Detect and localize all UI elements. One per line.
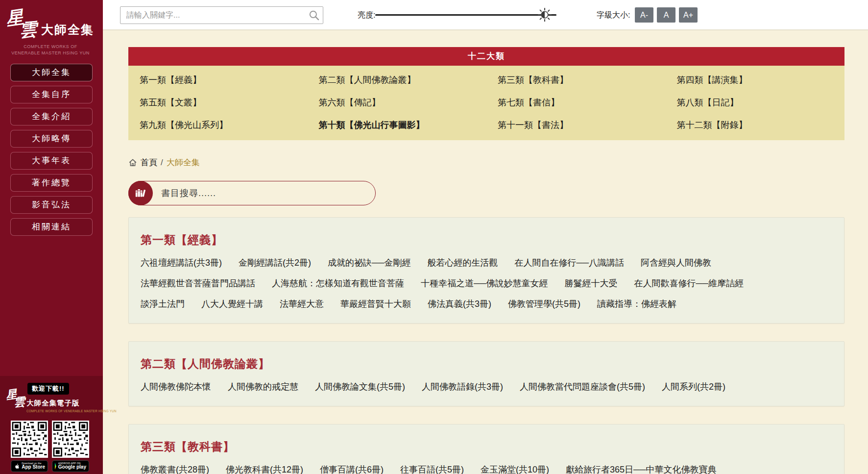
sidebar-item-1[interactable]: 大師全集: [10, 64, 93, 81]
book-link[interactable]: 人間佛教的戒定慧: [228, 382, 298, 392]
appstore-badge-line2: App Store: [22, 465, 45, 470]
download-promo: 歡迎下載!! 星雲 大師全集電子版 COMPLETE WORKS OF VENE…: [0, 376, 103, 474]
book-link[interactable]: 八大人覺經十講: [201, 299, 263, 309]
book-link[interactable]: 人間佛教佛陀本懷: [141, 382, 211, 392]
category-link[interactable]: 第四類【講演集】: [666, 69, 845, 91]
book-link[interactable]: 僧事百講(共6冊): [320, 465, 384, 474]
keyword-search: [120, 6, 323, 24]
category-link[interactable]: 第十二類【附錄】: [666, 114, 845, 136]
font-increase-button[interactable]: A+: [679, 7, 698, 23]
category-link[interactable]: 第八類【日記】: [666, 91, 845, 114]
category-link[interactable]: 第十類【佛光山行事圖影】: [308, 114, 487, 136]
category-link[interactable]: 第六類【傳記】: [308, 91, 487, 114]
book-link[interactable]: 金剛經講話(共2冊): [239, 258, 311, 268]
category-link[interactable]: 第五類【文叢】: [128, 91, 308, 114]
sidebar-item-5[interactable]: 大事年表: [10, 152, 93, 170]
book-link[interactable]: 佛光教科書(共12冊): [226, 465, 303, 474]
categories-table-body: 第一類【經義】第二類【人間佛教論叢】第三類【教科書】第四類【講演集】第五類【文叢…: [128, 66, 844, 140]
category-section: 第二類【人間佛教論叢】人間佛教佛陀本懷人間佛教的戒定慧人間佛教論文集(共5冊)人…: [128, 341, 844, 406]
book-link[interactable]: 人間佛教論文集(共5冊): [315, 382, 405, 392]
font-reset-button[interactable]: A: [657, 7, 675, 23]
breadcrumb: 首頁 / 大師全集: [128, 157, 844, 168]
book-link[interactable]: 阿含經與人間佛教: [641, 258, 711, 268]
book-link[interactable]: 在人間自在修行──八識講話: [515, 258, 625, 268]
sidebar-item-7[interactable]: 影音弘法: [10, 196, 93, 214]
download-bubble: 歡迎下載!!: [27, 383, 69, 395]
book-link[interactable]: 談淨土法門: [141, 299, 185, 309]
book-link[interactable]: 佛教叢書(共28冊): [141, 465, 209, 474]
book-link[interactable]: 讀藏指導：佛經表解: [597, 299, 676, 309]
sidebar-item-6[interactable]: 著作總覽: [10, 174, 93, 192]
category-section: 第三類【教科書】佛教叢書(共28冊)佛光教科書(共12冊)僧事百講(共6冊)往事…: [128, 424, 844, 474]
sidebar: 星雲 大師全集 COMPLETE WORKS OF VENERABLE MAST…: [0, 0, 103, 474]
category-sections: 第一類【經義】六祖壇經講話(共3冊)金剛經講話(共2冊)成就的祕訣──金剛經般若…: [128, 217, 844, 474]
section-title: 第一類【經義】: [141, 232, 832, 248]
logo-subtitle-2: VENERABLE MASTER HSING YUN: [0, 50, 101, 55]
home-icon[interactable]: [128, 158, 137, 167]
book-line: 法華經觀世音菩薩普門品講話人海慈航：怎樣知道有觀世音菩薩十種幸福之道──佛說妙慧…: [141, 273, 832, 294]
books-icon: [134, 187, 147, 200]
promo-subtitle: COMPLETE WORKS OF VENERABLE MASTER HSING…: [26, 409, 117, 413]
sidebar-item-2[interactable]: 全集自序: [10, 86, 93, 103]
book-link[interactable]: 人海慈航：怎樣知道有觀世音菩薩: [272, 278, 404, 288]
book-link[interactable]: 法華經大意: [280, 299, 324, 309]
brightness-slider[interactable]: [375, 0, 556, 30]
font-decrease-button[interactable]: A-: [635, 7, 653, 23]
book-link[interactable]: 金玉滿堂(共10冊): [481, 465, 549, 474]
book-search-box[interactable]: 書目搜尋......: [128, 181, 376, 205]
book-link[interactable]: 勝鬘經十大受: [565, 278, 618, 288]
book-link[interactable]: 佛法真義(共3冊): [428, 299, 491, 309]
qr-code-appstore: [11, 421, 48, 458]
site-logo[interactable]: 星雲 大師全集 COMPLETE WORKS OF VENERABLE MAST…: [0, 0, 103, 59]
main-content: 十二大類 第一類【經義】第二類【人間佛教論叢】第三類【教科書】第四類【講演集】第…: [103, 31, 868, 474]
category-link[interactable]: 第三類【教科書】: [486, 69, 666, 91]
book-link[interactable]: 法華經觀世音菩薩普門品講話: [141, 278, 255, 288]
book-link[interactable]: 十種幸福之道──佛說妙慧童女經: [421, 278, 548, 288]
calligraphy-char-2: 雲: [13, 396, 25, 408]
book-link[interactable]: 人間佛教當代問題座談會(共5冊): [520, 382, 645, 392]
book-link[interactable]: 在人間歡喜修行──維摩詰經: [634, 278, 744, 288]
book-link[interactable]: 獻給旅行者365日──中華文化佛教寶典: [566, 465, 717, 474]
sidebar-item-3[interactable]: 全集介紹: [10, 108, 93, 125]
book-search-icon-circle: [128, 181, 153, 205]
fontsize-label: 字級大小:: [597, 0, 630, 30]
googleplay-badge-line2: Google play: [58, 465, 86, 470]
breadcrumb-current[interactable]: 大師全集: [167, 157, 200, 168]
promo-calligraphy: 星雲: [6, 389, 27, 410]
sidebar-item-8[interactable]: 相關連結: [10, 218, 93, 236]
sidebar-item-4[interactable]: 大師略傳: [10, 130, 93, 148]
book-link[interactable]: 華嚴經普賢十大願: [340, 299, 411, 309]
book-link[interactable]: 般若心經的生活觀: [428, 258, 498, 268]
logo-subtitle-1: COMPLETE WORKS OF: [0, 44, 101, 49]
book-link[interactable]: 人間佛教語錄(共3冊): [422, 382, 503, 392]
brightness-track: [375, 14, 556, 16]
logo-calligraphy: 星雲: [6, 9, 38, 42]
category-link[interactable]: 第七類【書信】: [486, 91, 666, 114]
category-link[interactable]: 第九類【佛光山系列】: [128, 114, 308, 136]
brightness-handle-icon[interactable]: [537, 7, 552, 22]
book-line: 談淨土法門八大人覺經十講法華經大意華嚴經普賢十大願佛法真義(共3冊)佛教管理學(…: [141, 294, 832, 314]
appstore-badge[interactable]: Download on the App Store: [11, 460, 48, 472]
qr-code-googleplay: [52, 421, 89, 458]
book-link[interactable]: 人間系列(共2冊): [662, 382, 725, 392]
category-link[interactable]: 第一類【經義】: [128, 69, 308, 91]
categories-table: 十二大類 第一類【經義】第二類【人間佛教論叢】第三類【教科書】第四類【講演集】第…: [128, 47, 844, 140]
section-title: 第二類【人間佛教論叢】: [141, 356, 832, 372]
brightness-label: 亮度:: [358, 0, 375, 30]
book-link[interactable]: 佛教管理學(共5冊): [508, 299, 580, 309]
search-input[interactable]: [120, 6, 323, 24]
logo-title: 大師全集: [41, 22, 94, 38]
category-section: 第一類【經義】六祖壇經講話(共3冊)金剛經講話(共2冊)成就的祕訣──金剛經般若…: [128, 217, 844, 324]
book-link[interactable]: 六祖壇經講話(共3冊): [141, 258, 222, 268]
book-line: 六祖壇經講話(共3冊)金剛經講話(共2冊)成就的祕訣──金剛經般若心經的生活觀在…: [141, 252, 832, 273]
book-link[interactable]: 成就的祕訣──金剛經: [328, 258, 411, 268]
google-play-icon: [55, 463, 56, 470]
promo-title: 大師全集電子版: [26, 399, 80, 408]
section-title: 第三類【教科書】: [141, 439, 832, 454]
book-link[interactable]: 往事百語(共5冊): [400, 465, 464, 474]
category-link[interactable]: 第十一類【書法】: [486, 114, 666, 136]
googleplay-badge[interactable]: ANDROID APP ON Google play: [52, 460, 89, 472]
breadcrumb-home[interactable]: 首頁: [141, 157, 157, 168]
category-link[interactable]: 第二類【人間佛教論叢】: [308, 69, 487, 91]
search-icon[interactable]: [309, 10, 319, 21]
